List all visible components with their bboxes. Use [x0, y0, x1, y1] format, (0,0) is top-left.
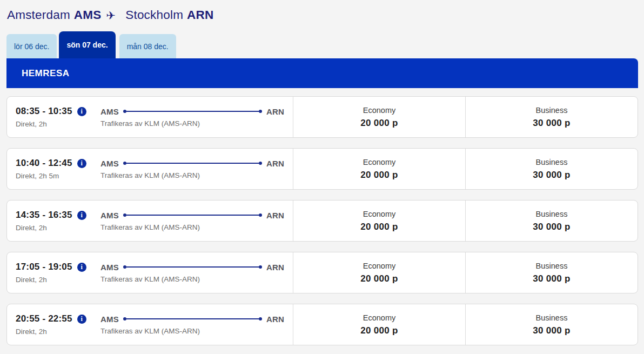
journey-section-title: HEMRESA — [22, 68, 70, 79]
business-fare-cell[interactable]: Business 30 000 p — [465, 304, 638, 345]
flight-row: 10:40 - 12:45 i Direkt, 2h 5m AMS — [6, 148, 638, 190]
info-icon[interactable]: i — [77, 107, 86, 116]
business-cabin-label: Business — [536, 313, 568, 322]
economy-fare-cell[interactable]: Economy 20 000 p — [293, 97, 465, 137]
time-block: 20:55 - 22:55 i Direkt, 2h — [16, 313, 100, 336]
info-icon[interactable]: i — [77, 263, 86, 272]
info-icon[interactable]: i — [77, 211, 86, 220]
business-cabin-label: Business — [536, 262, 568, 270]
economy-fare-cell[interactable]: Economy 20 000 p — [293, 149, 465, 189]
economy-price: 20 000 p — [360, 222, 398, 232]
flight-segment-info: 08:35 - 10:35 i Direkt, 2h AMS — [7, 97, 293, 137]
flight-list: 08:35 - 10:35 i Direkt, 2h AMS — [6, 96, 638, 345]
route-destination-code: ARN — [266, 315, 284, 324]
route-arrival-dot-icon — [259, 265, 262, 269]
business-price: 30 000 p — [533, 170, 571, 181]
journey-section-banner: HEMRESA — [6, 58, 638, 88]
flight-row: 17:05 - 19:05 i Direkt, 2h AMS — [6, 252, 638, 293]
route-block: AMS ARN Trafikeras av KLM (AMS-ARN) — [100, 263, 293, 283]
route-arrival-dot-icon — [259, 110, 262, 113]
economy-price: 20 000 p — [360, 325, 398, 336]
business-fare-cell[interactable]: Business 30 000 p — [465, 149, 638, 189]
economy-price: 20 000 p — [360, 273, 398, 284]
time-block: 08:35 - 10:35 i Direkt, 2h — [16, 106, 100, 128]
business-cabin-label: Business — [536, 106, 568, 115]
economy-cabin-label: Economy — [363, 262, 395, 270]
business-price: 30 000 p — [533, 222, 571, 232]
route-arrival-dot-icon — [259, 317, 262, 320]
flight-times: 10:40 - 12:45 — [16, 158, 72, 169]
route-destination-code: ARN — [266, 263, 284, 272]
business-fare-cell[interactable]: Business 30 000 p — [465, 201, 638, 241]
flight-times: 08:35 - 10:35 — [16, 106, 72, 117]
operating-carrier: Trafikeras av KLM (AMS-ARN) — [100, 171, 284, 179]
economy-cabin-label: Economy — [363, 210, 395, 218]
route-origin-code: AMS — [100, 211, 119, 220]
route-origin-code: AMS — [100, 159, 119, 168]
flight-times: 17:05 - 19:05 — [16, 262, 72, 272]
route-line — [123, 317, 262, 320]
economy-fare-cell[interactable]: Economy 20 000 p — [293, 201, 465, 241]
info-icon[interactable]: i — [77, 159, 86, 168]
route-origin-code: AMS — [100, 263, 119, 272]
route-line — [123, 110, 262, 113]
time-block: 14:35 - 16:35 i Direkt, 2h — [16, 210, 100, 232]
operating-carrier: Trafikeras av KLM (AMS-ARN) — [100, 327, 284, 335]
time-block: 10:40 - 12:45 i Direkt, 2h 5m — [16, 158, 100, 180]
route-origin-code: AMS — [100, 315, 119, 324]
info-icon[interactable]: i — [77, 315, 86, 324]
route-destination-code: ARN — [266, 159, 284, 168]
flight-times: 20:55 - 22:55 — [16, 313, 72, 324]
business-price: 30 000 p — [533, 325, 571, 336]
route-destination-code: ARN — [266, 211, 284, 220]
economy-fare-cell[interactable]: Economy 20 000 p — [293, 304, 465, 345]
route-rule — [126, 215, 259, 216]
route-rule — [126, 318, 259, 319]
route-line — [123, 213, 262, 217]
route-arrival-dot-icon — [259, 162, 262, 165]
date-tab-label: mån 08 dec. — [127, 42, 169, 51]
route-block: AMS ARN Trafikeras av KLM (AMS-ARN) — [100, 315, 293, 335]
flight-segment-info: 20:55 - 22:55 i Direkt, 2h AMS — [7, 304, 293, 345]
operating-carrier: Trafikeras av KLM (AMS-ARN) — [100, 275, 284, 283]
route-block: AMS ARN Trafikeras av KLM (AMS-ARN) — [100, 107, 293, 128]
plane-icon: ✈ — [106, 10, 116, 21]
date-tab[interactable]: mån 08 dec. — [119, 34, 176, 58]
business-fare-cell[interactable]: Business 30 000 p — [465, 97, 638, 137]
date-tab[interactable]: sön 07 dec. — [59, 31, 115, 58]
flight-segment-info: 17:05 - 19:05 i Direkt, 2h AMS — [7, 252, 293, 293]
route-arrival-dot-icon — [259, 213, 262, 217]
flight-duration: Direkt, 2h 5m — [16, 172, 100, 180]
economy-fare-cell[interactable]: Economy 20 000 p — [293, 252, 465, 293]
operating-carrier: Trafikeras av KLM (AMS-ARN) — [100, 119, 284, 128]
date-tab[interactable]: lör 06 dec. — [6, 34, 57, 58]
economy-cabin-label: Economy — [363, 158, 395, 166]
flight-duration: Direkt, 2h — [16, 328, 100, 336]
economy-cabin-label: Economy — [363, 106, 395, 115]
flight-row: 20:55 - 22:55 i Direkt, 2h AMS — [6, 304, 638, 345]
destination-city: Stockholm — [125, 8, 183, 22]
destination-airport-code: ARN — [187, 8, 213, 22]
flight-segment-info: 10:40 - 12:45 i Direkt, 2h 5m AMS — [7, 149, 293, 189]
route-block: AMS ARN Trafikeras av KLM (AMS-ARN) — [100, 159, 293, 179]
business-cabin-label: Business — [536, 158, 568, 166]
route-line — [123, 265, 262, 269]
flight-row: 08:35 - 10:35 i Direkt, 2h AMS — [6, 96, 638, 138]
business-price: 30 000 p — [533, 118, 571, 129]
date-tab-label: lör 06 dec. — [14, 42, 49, 51]
route-rule — [126, 163, 259, 164]
flight-times: 14:35 - 16:35 — [16, 210, 72, 221]
flight-duration: Direkt, 2h — [16, 276, 100, 284]
route-line — [123, 162, 262, 165]
route-block: AMS ARN Trafikeras av KLM (AMS-ARN) — [100, 211, 293, 231]
economy-cabin-label: Economy — [363, 313, 395, 322]
flight-results-page: Amsterdam AMS ✈ Stockholm ARN lör 06 dec… — [0, 8, 644, 345]
route-rule — [126, 111, 259, 112]
route-origin-code: AMS — [100, 107, 119, 116]
business-fare-cell[interactable]: Business 30 000 p — [465, 252, 638, 293]
flight-duration: Direkt, 2h — [16, 120, 100, 128]
time-block: 17:05 - 19:05 i Direkt, 2h — [16, 262, 100, 284]
route-destination-code: ARN — [266, 107, 284, 116]
route-rule — [126, 266, 259, 268]
date-tab-bar: lör 06 dec. sön 07 dec. mån 08 dec. — [6, 31, 638, 58]
